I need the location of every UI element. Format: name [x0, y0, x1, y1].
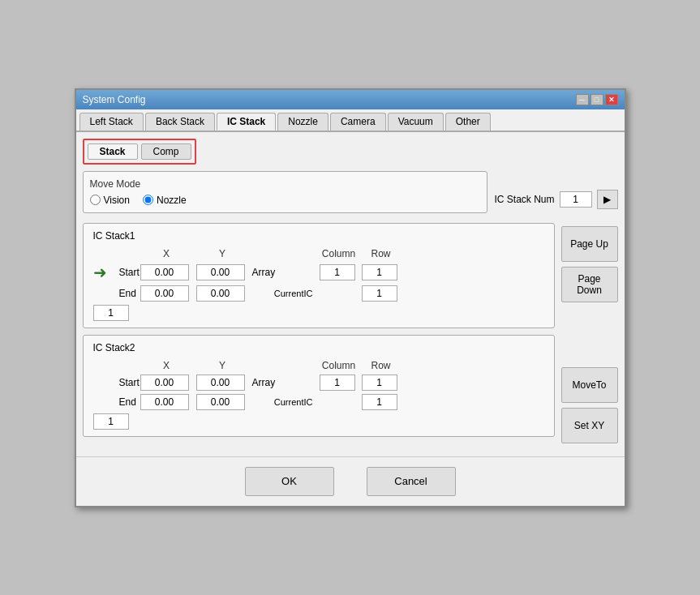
- stack1-array-col[interactable]: [320, 264, 355, 280]
- arrow-icon: ➜: [93, 263, 116, 282]
- stack1-start-label: Start: [119, 267, 137, 278]
- stack1-row-header: Row: [362, 248, 401, 259]
- stack1-end-x[interactable]: [140, 285, 189, 302]
- main-tab-bar: Left Stack Back Stack IC Stack Nozzle Ca…: [76, 109, 625, 132]
- stack1-end-y[interactable]: [196, 285, 245, 302]
- ic-stack1-group: IC Stack1 X Y Column Row ➜: [83, 223, 555, 328]
- stack2-start-label: Start: [119, 377, 137, 388]
- radio-group: Vision Nozzle: [90, 195, 481, 206]
- tab-comp[interactable]: Comp: [141, 143, 191, 160]
- stack2-start-y[interactable]: [196, 375, 245, 391]
- stack1-start-x[interactable]: [140, 264, 189, 280]
- stack2-end-y[interactable]: [196, 394, 245, 410]
- tab-back-stack[interactable]: Back Stack: [145, 113, 215, 131]
- stack2-start-row: Start Array: [93, 375, 544, 391]
- radio-vision-label: Vision: [104, 195, 130, 206]
- stack2-start-x[interactable]: [140, 375, 189, 391]
- stack2-current-row[interactable]: [93, 413, 129, 430]
- radio-nozzle: Nozzle: [143, 195, 187, 206]
- stack2-array-label: Array: [252, 377, 268, 388]
- radio-vision: Vision: [90, 195, 130, 206]
- stack1-array-row[interactable]: [362, 264, 397, 280]
- ic-stack1-title: IC Stack1: [93, 230, 544, 242]
- stack2-headers: X Y Column Row: [93, 360, 544, 371]
- stacks-area: IC Stack1 X Y Column Row ➜: [83, 223, 555, 443]
- stack2-current-ic-label: CurrentIC: [252, 397, 316, 407]
- ic-stack-num-area: IC Stack Num ▶: [494, 182, 617, 209]
- footer: OK Cancel: [76, 456, 625, 506]
- stack2-current-col[interactable]: [362, 394, 397, 410]
- tab-vacuum[interactable]: Vacuum: [388, 113, 444, 131]
- side-buttons-area: Page Up PageDown MoveTo Set XY: [561, 223, 618, 443]
- stack2-end-row: End CurrentIC: [93, 394, 544, 430]
- stack1-y-header: Y: [196, 248, 249, 259]
- move-to-button[interactable]: MoveTo: [561, 367, 618, 403]
- minimize-button[interactable]: ─: [576, 94, 589, 105]
- stack2-array-col[interactable]: [320, 375, 355, 391]
- page-up-button[interactable]: Page Up: [561, 226, 618, 262]
- radio-vision-input[interactable]: [90, 195, 101, 205]
- cancel-button[interactable]: Cancel: [367, 467, 456, 496]
- stack1-x-header: X: [140, 248, 193, 259]
- tab-stack[interactable]: Stack: [88, 143, 138, 160]
- stack1-array-label: Array: [252, 267, 268, 278]
- stack1-col-header: Column: [320, 248, 359, 259]
- stack2-col-header: Column: [320, 360, 359, 371]
- stack2-x-header: X: [140, 360, 193, 371]
- stack1-headers: X Y Column Row: [93, 248, 544, 259]
- stack1-current-row[interactable]: [93, 305, 129, 321]
- ic-stack-num-input[interactable]: [560, 191, 592, 208]
- move-mode-label: Move Mode: [90, 178, 481, 190]
- ic-stack-num-label: IC Stack Num: [494, 194, 554, 205]
- stack1-current-ic-label: CurrentIC: [252, 289, 316, 298]
- ic-stack2-title: IC Stack2: [93, 342, 544, 353]
- page-down-button[interactable]: PageDown: [561, 267, 618, 302]
- tab-nozzle[interactable]: Nozzle: [277, 113, 329, 131]
- radio-nozzle-label: Nozzle: [157, 195, 187, 206]
- content-area: Stack Comp Move Mode Vision Nozzle: [76, 132, 625, 450]
- maximize-button[interactable]: □: [590, 94, 603, 105]
- stack1-end-row: End CurrentIC: [93, 285, 544, 321]
- top-row: Move Mode Vision Nozzle IC Stack Num ▶: [83, 171, 618, 220]
- ic-stack-num-play-button[interactable]: ▶: [597, 190, 618, 209]
- set-xy-button[interactable]: Set XY: [561, 408, 618, 443]
- stack2-end-label: End: [119, 396, 137, 408]
- body-layout: IC Stack1 X Y Column Row ➜: [83, 223, 618, 443]
- stack2-end-x[interactable]: [140, 394, 189, 410]
- tab-left-stack[interactable]: Left Stack: [79, 113, 144, 131]
- tab-ic-stack[interactable]: IC Stack: [217, 113, 276, 131]
- stack2-row-header: Row: [362, 360, 401, 371]
- close-button[interactable]: ✕: [605, 94, 618, 105]
- tab-other[interactable]: Other: [445, 113, 491, 131]
- move-mode-box: Move Mode Vision Nozzle: [83, 171, 488, 213]
- title-bar: System Config ─ □ ✕: [76, 90, 625, 109]
- stack1-start-y[interactable]: [196, 264, 245, 280]
- title-bar-buttons: ─ □ ✕: [576, 94, 618, 105]
- stack1-start-row: ➜ Start Array: [93, 263, 544, 282]
- stack2-y-header: Y: [196, 360, 249, 371]
- ic-stack2-group: IC Stack2 X Y Column Row: [83, 335, 555, 437]
- window-title: System Config: [83, 94, 146, 105]
- stack1-current-col[interactable]: [362, 285, 397, 302]
- stack2-array-row[interactable]: [362, 375, 397, 391]
- sub-tab-bar: Stack Comp: [83, 139, 196, 165]
- tab-camera[interactable]: Camera: [330, 113, 386, 131]
- main-window: System Config ─ □ ✕ Left Stack Back Stac…: [75, 88, 626, 507]
- ok-button[interactable]: OK: [245, 467, 334, 496]
- radio-nozzle-input[interactable]: [143, 195, 153, 205]
- stack1-end-label: End: [119, 288, 137, 299]
